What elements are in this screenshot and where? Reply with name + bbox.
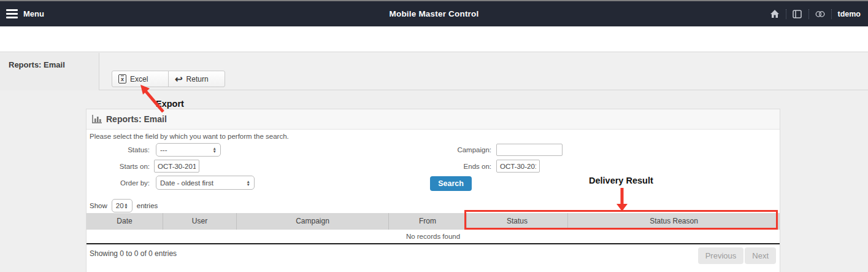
app-title: Mobile Master Control xyxy=(159,9,709,18)
show-label: Show xyxy=(90,202,107,209)
ends-on-label: Ends on: xyxy=(430,163,491,170)
panel-header: Reports: Email xyxy=(86,109,780,130)
excel-export-button[interactable]: x Excel xyxy=(112,71,169,87)
stepper-icon: ▲▼ xyxy=(247,180,250,186)
hamburger-icon[interactable] xyxy=(6,9,18,18)
home-icon[interactable] xyxy=(770,9,780,19)
column-header-status[interactable]: Status xyxy=(467,213,568,230)
column-header-user[interactable]: User xyxy=(163,213,237,230)
entries-summary: Showing 0 to 0 of 0 entries xyxy=(90,249,177,258)
campaign-input[interactable] xyxy=(496,144,563,156)
excel-file-icon: x xyxy=(118,74,126,84)
previous-button[interactable]: Previous xyxy=(698,247,744,264)
toggle-icon[interactable] xyxy=(815,9,825,19)
tab-toolbar: Reports: Email x Excel ↩ Return xyxy=(0,53,868,90)
starts-on-input[interactable] xyxy=(154,160,199,173)
book-icon[interactable] xyxy=(793,9,802,19)
export-annotation-label: Export xyxy=(156,99,184,109)
column-header-campaign[interactable]: Campaign xyxy=(237,213,389,230)
navbar-divider xyxy=(808,9,809,19)
return-arrow-icon: ↩ xyxy=(175,74,183,84)
entries-count-select[interactable]: 20 ▲▼ xyxy=(112,199,133,212)
order-by-select[interactable]: Date - oldest first ▲▼ xyxy=(156,176,255,190)
no-records-row: No records found xyxy=(86,230,780,243)
next-button[interactable]: Next xyxy=(745,247,776,264)
column-header-date[interactable]: Date xyxy=(86,213,163,230)
navbar-divider xyxy=(786,9,786,19)
search-hint-text: Please select the field by which you wan… xyxy=(90,133,289,140)
delivery-result-annotation-label: Delivery Result xyxy=(589,176,653,185)
reports-email-panel: Reports: Email Please select the field b… xyxy=(86,109,780,272)
return-button[interactable]: ↩ Return xyxy=(168,71,225,87)
navbar-divider xyxy=(831,9,832,19)
stepper-icon: ▲▼ xyxy=(124,203,128,209)
app-root: Menu Mobile Master Control tdemo Reports… xyxy=(0,0,868,272)
starts-on-label: Starts on: xyxy=(88,163,150,170)
toolbar-button-group: x Excel ↩ Return xyxy=(112,71,225,87)
entries-count-value: 20 xyxy=(116,202,125,209)
return-button-label: Return xyxy=(186,75,209,84)
status-select[interactable]: --- ▲▼ xyxy=(156,143,221,157)
table-bottom-divider xyxy=(86,243,780,244)
excel-button-label: Excel xyxy=(130,75,148,84)
show-entries-row: Show 20 ▲▼ entries xyxy=(90,199,158,212)
pagination: Previous Next xyxy=(698,247,776,264)
campaign-label: Campaign: xyxy=(430,146,491,153)
username-label[interactable]: tdemo xyxy=(838,10,861,18)
column-header-from[interactable]: From xyxy=(389,213,467,230)
status-select-value: --- xyxy=(160,146,213,153)
bar-chart-icon xyxy=(92,115,102,123)
search-button[interactable]: Search xyxy=(430,176,472,191)
spacer-band xyxy=(0,26,868,52)
column-header-status-reason[interactable]: Status Reason xyxy=(568,213,780,230)
navbar-actions: tdemo xyxy=(709,9,868,19)
entries-label: entries xyxy=(137,202,158,209)
table-header-row: Date User Campaign From Status Status Re… xyxy=(86,213,780,230)
menu-label[interactable]: Menu xyxy=(23,9,44,18)
top-navbar: Menu Mobile Master Control tdemo xyxy=(0,1,868,26)
menu-button[interactable]: Menu xyxy=(0,9,159,18)
panel-title: Reports: Email xyxy=(106,114,167,124)
status-label: Status: xyxy=(88,146,150,153)
stepper-icon: ▲▼ xyxy=(213,147,217,153)
order-by-label: Order by: xyxy=(88,179,150,187)
order-by-select-value: Date - oldest first xyxy=(160,179,247,187)
tab-reports-email[interactable]: Reports: Email xyxy=(0,53,99,90)
ends-on-input[interactable] xyxy=(496,160,540,173)
